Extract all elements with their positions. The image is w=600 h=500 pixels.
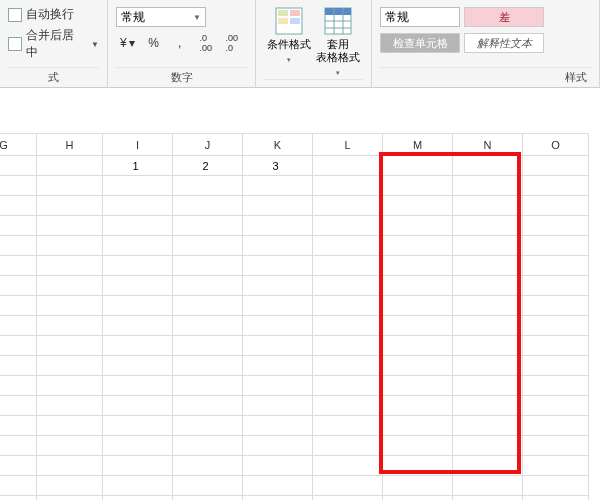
cell-G9[interactable] (0, 316, 37, 336)
cell-M7[interactable] (383, 276, 453, 296)
cell-M8[interactable] (383, 296, 453, 316)
cell-J5[interactable] (173, 236, 243, 256)
cell-G14[interactable] (0, 416, 37, 436)
cell-M18[interactable] (383, 496, 453, 501)
cell-L4[interactable] (313, 216, 383, 236)
cell-H3[interactable] (37, 196, 103, 216)
cell-O18[interactable] (523, 496, 589, 501)
style-explanatory[interactable]: 解释性文本 (464, 33, 544, 53)
cell-K16[interactable] (243, 456, 313, 476)
cell-I13[interactable] (103, 396, 173, 416)
cell-O7[interactable] (523, 276, 589, 296)
cell-M10[interactable] (383, 336, 453, 356)
col-header-I[interactable]: I (103, 134, 173, 156)
cell-K5[interactable] (243, 236, 313, 256)
cell-L12[interactable] (313, 376, 383, 396)
cell-G12[interactable] (0, 376, 37, 396)
cell-I5[interactable] (103, 236, 173, 256)
cell-M16[interactable] (383, 456, 453, 476)
cell-L17[interactable] (313, 476, 383, 496)
cell-N17[interactable] (453, 476, 523, 496)
cell-O1[interactable] (523, 156, 589, 176)
col-header-K[interactable]: K (243, 134, 313, 156)
cell-N11[interactable] (453, 356, 523, 376)
cell-N14[interactable] (453, 416, 523, 436)
decrease-decimal-button[interactable]: .00.0 (221, 32, 243, 54)
col-header-H[interactable]: H (37, 134, 103, 156)
cell-L3[interactable] (313, 196, 383, 216)
cell-H8[interactable] (37, 296, 103, 316)
cell-H6[interactable] (37, 256, 103, 276)
cell-N3[interactable] (453, 196, 523, 216)
cell-G6[interactable] (0, 256, 37, 276)
cell-I4[interactable] (103, 216, 173, 236)
cell-H4[interactable] (37, 216, 103, 236)
cell-N16[interactable] (453, 456, 523, 476)
cell-J8[interactable] (173, 296, 243, 316)
cell-H9[interactable] (37, 316, 103, 336)
cell-K3[interactable] (243, 196, 313, 216)
cell-I12[interactable] (103, 376, 173, 396)
cell-M13[interactable] (383, 396, 453, 416)
cell-J6[interactable] (173, 256, 243, 276)
cell-I3[interactable] (103, 196, 173, 216)
cell-K10[interactable] (243, 336, 313, 356)
cell-I16[interactable] (103, 456, 173, 476)
currency-button[interactable]: ¥ ▾ (116, 32, 139, 54)
cell-L8[interactable] (313, 296, 383, 316)
cell-H13[interactable] (37, 396, 103, 416)
increase-decimal-button[interactable]: .0.00 (195, 32, 217, 54)
cell-H1[interactable] (37, 156, 103, 176)
cell-L5[interactable] (313, 236, 383, 256)
cell-N7[interactable] (453, 276, 523, 296)
cell-L11[interactable] (313, 356, 383, 376)
style-check-cell[interactable]: 检查单元格 (380, 33, 460, 53)
cell-K6[interactable] (243, 256, 313, 276)
cell-L13[interactable] (313, 396, 383, 416)
cell-H11[interactable] (37, 356, 103, 376)
cell-J1[interactable]: 2 (173, 156, 243, 176)
cell-G11[interactable] (0, 356, 37, 376)
cell-I10[interactable] (103, 336, 173, 356)
cell-I8[interactable] (103, 296, 173, 316)
cell-J15[interactable] (173, 436, 243, 456)
cell-N4[interactable] (453, 216, 523, 236)
cell-N9[interactable] (453, 316, 523, 336)
cell-H7[interactable] (37, 276, 103, 296)
cell-I15[interactable] (103, 436, 173, 456)
cell-O15[interactable] (523, 436, 589, 456)
cell-G18[interactable] (0, 496, 37, 501)
cell-K7[interactable] (243, 276, 313, 296)
cell-O6[interactable] (523, 256, 589, 276)
cell-J14[interactable] (173, 416, 243, 436)
cell-I14[interactable] (103, 416, 173, 436)
cell-K17[interactable] (243, 476, 313, 496)
col-header-J[interactable]: J (173, 134, 243, 156)
cell-J11[interactable] (173, 356, 243, 376)
cell-M2[interactable] (383, 176, 453, 196)
cell-J9[interactable] (173, 316, 243, 336)
cell-N1[interactable] (453, 156, 523, 176)
cell-M11[interactable] (383, 356, 453, 376)
spreadsheet[interactable]: GHIJKLMNO 123 (0, 88, 600, 500)
cell-J3[interactable] (173, 196, 243, 216)
number-format-select[interactable]: 常规 ▼ (116, 7, 206, 27)
cell-M17[interactable] (383, 476, 453, 496)
cell-I17[interactable] (103, 476, 173, 496)
cell-L18[interactable] (313, 496, 383, 501)
cell-O9[interactable] (523, 316, 589, 336)
cell-H17[interactable] (37, 476, 103, 496)
style-bad[interactable]: 差 (464, 7, 544, 27)
cell-K14[interactable] (243, 416, 313, 436)
cell-L1[interactable] (313, 156, 383, 176)
col-header-O[interactable]: O (523, 134, 589, 156)
cell-N13[interactable] (453, 396, 523, 416)
cell-L15[interactable] (313, 436, 383, 456)
cell-N6[interactable] (453, 256, 523, 276)
col-header-N[interactable]: N (453, 134, 523, 156)
cell-O8[interactable] (523, 296, 589, 316)
cell-J2[interactable] (173, 176, 243, 196)
cell-G17[interactable] (0, 476, 37, 496)
cell-I9[interactable] (103, 316, 173, 336)
col-header-G[interactable]: G (0, 134, 37, 156)
